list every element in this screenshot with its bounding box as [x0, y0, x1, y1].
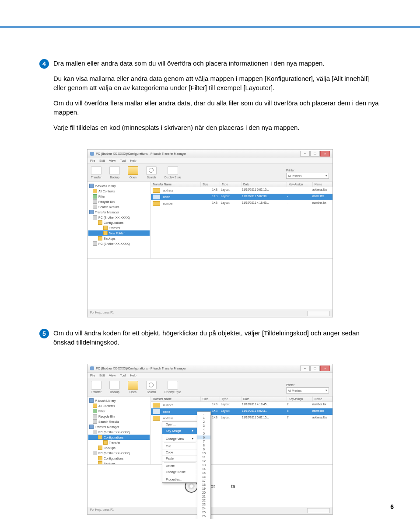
toolbar-search[interactable]: Search	[146, 166, 157, 179]
printer-select[interactable]: All Printers▾	[286, 173, 329, 179]
printer-select[interactable]: All Printers▾	[286, 387, 329, 394]
key-item[interactable]: 2	[197, 420, 210, 424]
key-item[interactable]: 20	[197, 491, 210, 495]
tree-pc1[interactable]: PC (Brother XX-XXXX)	[88, 215, 150, 220]
list-row[interactable]: number 1KBLayout 11/10/2011 4:18:45...2 …	[151, 402, 332, 408]
key-item[interactable]: 3	[197, 424, 210, 428]
key-assign-submenu[interactable]: - 12345678910111213141516171819202122232…	[197, 411, 211, 519]
menu-tool[interactable]: Tool	[120, 374, 126, 377]
toolbar-backup[interactable]: Backup	[109, 381, 120, 394]
key-item[interactable]: 16	[197, 475, 210, 479]
ctx-key-assign[interactable]: Key Assign▸	[162, 428, 197, 434]
tree-transfer-mgr[interactable]: Transfer Manager	[88, 424, 150, 429]
key-item[interactable]: 13	[197, 463, 210, 467]
tree-search-results[interactable]: Search Results	[88, 204, 150, 209]
key-item[interactable]: 9	[197, 447, 210, 451]
ctx-copy[interactable]: Copy	[162, 449, 197, 456]
toolbar-search[interactable]: Search	[146, 381, 157, 394]
tree-configurations[interactable]: Configurations	[88, 435, 150, 440]
tree-all-contents[interactable]: All Contents	[88, 403, 150, 408]
maximize-button[interactable]: □	[310, 366, 320, 371]
col-type[interactable]: Type	[220, 397, 242, 401]
key-item[interactable]: 24	[197, 506, 210, 510]
ctx-properties[interactable]: Properties...	[162, 477, 197, 482]
tree-transfer-folder[interactable]: Transfer	[88, 225, 150, 230]
close-button[interactable]: ×	[320, 151, 330, 157]
minimize-button[interactable]: −	[300, 151, 310, 157]
ctx-paste[interactable]: Paste	[162, 456, 197, 462]
tree-recycle[interactable]: Recycle Bin	[88, 414, 150, 419]
col-size[interactable]: Size	[201, 397, 220, 401]
toolbar-display[interactable]: Display Style	[164, 166, 181, 179]
col-size[interactable]: Size	[201, 182, 220, 187]
tree-configurations[interactable]: Configurations	[88, 220, 150, 225]
list-row[interactable]: address 1KBLayout 11/10/2011 5:02:15...7…	[151, 415, 332, 421]
menu-tool[interactable]: Tool	[120, 159, 126, 162]
col-key[interactable]: Key Assign	[287, 182, 313, 187]
key-item[interactable]: 10	[197, 451, 210, 455]
key-item[interactable]: 22	[197, 498, 210, 502]
key-item[interactable]: 19	[197, 487, 210, 491]
tree-view[interactable]: P-touch Library All Contents Filter Recy…	[88, 397, 151, 464]
menu-edit[interactable]: Edit	[99, 159, 105, 162]
key-item[interactable]: 11	[197, 455, 210, 459]
ctx-change-view[interactable]: Change View▸	[162, 435, 197, 442]
key-item[interactable]: 4	[197, 428, 210, 432]
tree-transfer-folder[interactable]: Transfer	[88, 440, 150, 445]
tree-transfer-mgr[interactable]: Transfer Manager	[88, 209, 150, 215]
col-type[interactable]: Type	[220, 182, 242, 187]
menu-help[interactable]: Help	[130, 374, 136, 377]
key-item[interactable]: 5	[197, 432, 210, 435]
col-key[interactable]: Key Assign	[287, 397, 313, 401]
key-item[interactable]: 8	[197, 443, 210, 447]
close-button[interactable]: ×	[320, 366, 330, 371]
tree-filter[interactable]: Filter	[88, 194, 150, 199]
tree-all-contents[interactable]: All Contents	[88, 188, 150, 194]
tree-configurations-2[interactable]: Configurations	[88, 456, 150, 461]
maximize-button[interactable]: □	[310, 151, 320, 157]
toolbar-open[interactable]: Open	[128, 381, 138, 394]
tree-recycle[interactable]: Recycle Bin	[88, 199, 150, 204]
toolbar-display[interactable]: Display Style	[164, 381, 181, 394]
key-item[interactable]: 23	[197, 502, 210, 506]
toolbar-transfer[interactable]: Transfer	[91, 166, 102, 179]
toolbar-backup[interactable]: Backup	[109, 166, 120, 179]
col-date[interactable]: Date	[242, 397, 287, 401]
tree-search-results[interactable]: Search Results	[88, 419, 150, 424]
tree-pc1[interactable]: PC (Brother XX-XXXX)	[88, 429, 150, 435]
tree-new-folder[interactable]: New Folder	[88, 230, 150, 236]
col-name[interactable]: Transfer Name	[151, 182, 201, 187]
minimize-button[interactable]: −	[300, 366, 310, 371]
key-item[interactable]: -	[197, 412, 210, 416]
key-item[interactable]: 25	[197, 510, 210, 514]
key-item[interactable]: 26	[197, 514, 210, 518]
tree-backups[interactable]: Backups	[88, 236, 150, 241]
tree-pc2[interactable]: PC (Brother XX-XXXX)	[88, 241, 150, 246]
tree-backups[interactable]: Backups	[88, 445, 150, 450]
col-date[interactable]: Date	[242, 182, 287, 187]
tree-ptouch-library[interactable]: P-touch Library	[88, 183, 150, 188]
tree-view[interactable]: P-touch Library All Contents Filter Recy…	[88, 182, 151, 258]
tree-backups-2[interactable]: Backups	[88, 461, 150, 464]
tree-filter[interactable]: Filter	[88, 408, 150, 414]
menu-edit[interactable]: Edit	[99, 374, 105, 377]
col-file[interactable]: Name	[313, 397, 332, 401]
key-item[interactable]: 14	[197, 467, 210, 471]
key-item[interactable]: 18	[197, 483, 210, 487]
key-item[interactable]: 15	[197, 471, 210, 475]
ctx-cut[interactable]: Cut	[162, 443, 197, 449]
menu-view[interactable]: View	[109, 159, 116, 162]
col-name[interactable]: Transfer Name	[151, 397, 201, 401]
key-item[interactable]: 17	[197, 479, 210, 483]
context-menu[interactable]: Open... Key Assign▸ Change View▸ Cut Cop…	[162, 421, 198, 483]
key-item[interactable]: 6	[197, 435, 210, 439]
menu-help[interactable]: Help	[130, 159, 136, 162]
list-row[interactable]: number 1KB Layout 11/10/2011 4:18:45... …	[151, 200, 332, 207]
toolbar-transfer[interactable]: Transfer	[91, 381, 102, 394]
tree-ptouch-library[interactable]: P-touch Library	[88, 398, 150, 403]
menu-file[interactable]: File	[90, 159, 95, 162]
ctx-rename[interactable]: Change Name	[162, 469, 197, 475]
list-row[interactable]: address 1KB Layout 11/10/2011 5:02:15...…	[151, 187, 332, 194]
list-row[interactable]: name 1KB Layout 11/10/2011 5:02:38... - …	[151, 194, 332, 200]
tree-pc2[interactable]: PC (Brother XX-XXXX)	[88, 450, 150, 456]
